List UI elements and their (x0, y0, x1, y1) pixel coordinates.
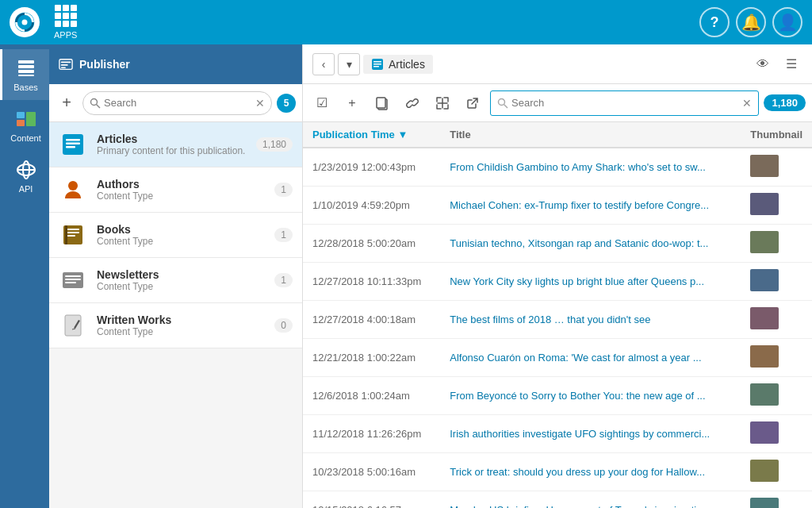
table-row[interactable]: 11/12/2018 11:26:26pm Irish authorities … (303, 415, 812, 453)
content-type-info-written-works: Written Works Content Type (97, 314, 265, 337)
content-type-sub-articles: Primary content for this publication. (97, 145, 247, 156)
table-row[interactable]: 12/27/2018 10:11:33pm New York City sky … (303, 263, 812, 301)
expand-button[interactable] (430, 90, 455, 116)
sidebar-item-api[interactable]: API (0, 151, 49, 202)
thumbnail-image (750, 269, 779, 291)
link-button[interactable] (400, 90, 425, 116)
content-label: Content (10, 133, 41, 143)
svg-rect-21 (66, 146, 75, 148)
articles-tab[interactable]: Articles (363, 55, 433, 74)
nav-back-button[interactable]: ‹ (312, 53, 335, 75)
view-toggle-button[interactable]: 👁 (752, 53, 774, 75)
content-type-sub-written-works: Content Type (97, 326, 265, 337)
publisher-icon (59, 57, 73, 71)
thumbnail-cell (741, 377, 812, 415)
pub-time-cell: 12/6/2018 1:00:24am (303, 377, 440, 415)
help-button[interactable]: ? (699, 7, 730, 37)
bases-icon (15, 57, 37, 79)
thumbnail-image (750, 498, 779, 508)
thumbnail-image (750, 307, 779, 329)
thumbnail-image (750, 231, 779, 253)
content-type-count-articles: 1,180 (256, 137, 293, 152)
content-type-count-authors: 1 (274, 183, 293, 197)
content-type-icon-newsletters (59, 266, 87, 294)
pub-time-cell: 11/12/2018 11:26:26pm (303, 415, 440, 453)
svg-rect-5 (18, 75, 34, 76)
sidebar-search-icon (90, 98, 101, 109)
table-row[interactable]: 10/23/2018 5:00:16am Trick or treat: sho… (303, 453, 812, 491)
apps-label: APPS (54, 30, 77, 40)
sidebar-search-clear[interactable]: ✕ (255, 97, 265, 110)
menu-button[interactable]: ☰ (780, 53, 802, 75)
title-cell: From Beyoncé to Sorry to Bother You: the… (440, 377, 741, 415)
svg-rect-19 (66, 139, 80, 141)
content-type-item-newsletters[interactable]: Newsletters Content Type 1 (49, 258, 302, 303)
bell-icon: 🔔 (741, 13, 761, 32)
thumbnail-cell (741, 263, 812, 301)
content-type-sub-books: Content Type (97, 236, 265, 247)
thumbnail-cell (741, 148, 812, 187)
copy-button[interactable] (370, 90, 395, 116)
logo[interactable] (10, 7, 40, 37)
notifications-button[interactable]: 🔔 (736, 7, 766, 37)
articles-search-box: ✕ (490, 90, 759, 116)
svg-rect-35 (373, 61, 381, 63)
articles-table: Publication Time ▼ Title Thumbnail 1/23/… (303, 122, 812, 508)
content-type-item-authors[interactable]: Authors Content Type 1 (49, 167, 302, 213)
articles-search-clear[interactable]: ✕ (742, 97, 752, 110)
svg-point-22 (68, 181, 78, 190)
articles-search-input[interactable] (511, 97, 739, 109)
content-type-list: Articles Primary content for this public… (49, 122, 302, 508)
content-type-item-articles[interactable]: Articles Primary content for this public… (49, 122, 302, 167)
user-button[interactable]: 👤 (772, 7, 802, 37)
content-type-count-newsletters: 1 (274, 273, 293, 287)
col-title[interactable]: Title (440, 122, 741, 148)
thumbnail-cell (741, 453, 812, 491)
top-nav: APPS ? 🔔 👤 (0, 0, 812, 44)
add-article-button[interactable]: + (339, 90, 365, 116)
nav-dropdown-button[interactable]: ▾ (338, 53, 360, 75)
thumbnail-cell (741, 339, 812, 377)
articles-data-table: Publication Time ▼ Title Thumbnail 1/23/… (303, 122, 812, 508)
svg-rect-32 (65, 315, 81, 336)
sidebar-search-input[interactable] (104, 97, 252, 109)
content-type-item-books[interactable]: Books Content Type 1 (49, 213, 302, 258)
thumbnail-image (750, 383, 779, 406)
title-cell: From Childish Gambino to Amy Shark: who'… (440, 148, 741, 187)
articles-tab-icon (371, 58, 384, 71)
articles-toolbar: ☑ + (303, 84, 812, 122)
content-type-name-authors: Authors (97, 178, 265, 190)
svg-rect-29 (65, 275, 81, 277)
apps-button[interactable]: APPS (46, 2, 85, 43)
table-row[interactable]: 12/21/2018 1:00:22am Alfonso Cuarón on R… (303, 339, 812, 377)
icon-sidebar: Bases Content API (0, 44, 49, 508)
col-pub-time[interactable]: Publication Time ▼ (303, 122, 440, 148)
main-layout: Bases Content API (0, 44, 812, 508)
table-row[interactable]: 12/27/2018 4:00:18am The best films of 2… (303, 301, 812, 339)
table-row[interactable]: 1/23/2019 12:00:43pm From Childish Gambi… (303, 148, 812, 187)
main-header-nav: ‹ ▾ Articles (312, 53, 433, 75)
main-header: ‹ ▾ Articles 👁 ☰ (303, 44, 812, 84)
api-label: API (19, 184, 33, 194)
svg-line-17 (97, 104, 101, 108)
pub-time-cell: 12/28/2018 5:00:20am (303, 225, 440, 263)
table-row[interactable]: 1/10/2019 4:59:20pm Michael Cohen: ex-Tr… (303, 187, 812, 225)
thumbnail-cell (741, 187, 812, 225)
sidebar-item-bases[interactable]: Bases (0, 49, 49, 100)
content-type-item-written-works[interactable]: Written Works Content Type 0 (49, 303, 302, 348)
svg-point-40 (499, 98, 505, 105)
table-row[interactable]: 12/6/2018 1:00:24am From Beyoncé to Sorr… (303, 377, 812, 415)
sidebar-item-content[interactable]: Content (0, 100, 49, 151)
content-type-info-books: Books Content Type (97, 223, 265, 247)
table-row[interactable]: 10/15/2018 6:16:57am Monday US briefing:… (303, 491, 812, 509)
svg-rect-36 (373, 64, 381, 65)
content-type-name-newsletters: Newsletters (97, 268, 265, 281)
external-button[interactable] (460, 90, 485, 116)
content-type-info-newsletters: Newsletters Content Type (97, 268, 265, 292)
expand-icon (435, 96, 450, 110)
add-content-type-button[interactable]: + (56, 92, 78, 114)
pub-time-cell: 1/10/2019 4:59:20pm (303, 187, 440, 225)
select-all-button[interactable]: ☑ (309, 90, 335, 116)
table-row[interactable]: 12/28/2018 5:00:20am Tunisian techno, Xi… (303, 225, 812, 263)
col-thumbnail[interactable]: Thumbnail (741, 122, 812, 148)
